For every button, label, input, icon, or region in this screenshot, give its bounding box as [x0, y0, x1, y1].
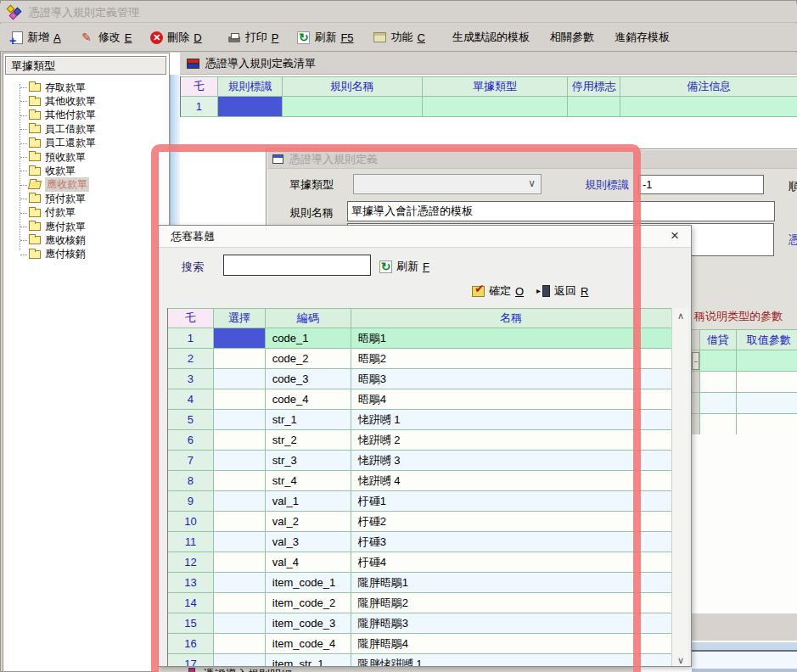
select-cell[interactable]: [214, 410, 266, 430]
select-cell[interactable]: [214, 491, 266, 512]
select-cell[interactable]: [214, 593, 266, 613]
table-row[interactable]: 9 val_1 杅硾1: [168, 491, 671, 512]
table-row[interactable]: 13 item_code_1 隴胖晤鵰1: [168, 573, 671, 593]
select-cell[interactable]: [214, 654, 266, 667]
code-cell: val_1: [266, 491, 351, 512]
tree-item[interactable]: 存取款單: [3, 81, 169, 94]
select-cell[interactable]: [214, 389, 266, 410]
tree-item[interactable]: 付款單: [3, 206, 169, 220]
table-row[interactable]: 1 code_1 晤鵰1: [168, 328, 671, 349]
rule-id-field[interactable]: [638, 175, 764, 194]
rule-name-field[interactable]: [347, 201, 775, 221]
select-cell[interactable]: [214, 430, 266, 451]
doc-type-combobox[interactable]: ∨: [353, 174, 542, 194]
code-cell: code_2: [266, 349, 351, 369]
selected-cell[interactable]: [218, 97, 283, 117]
delete-button[interactable]: ✕ 刪除D: [143, 27, 208, 48]
folder-icon: [29, 250, 41, 259]
tree-item[interactable]: 應收款單: [3, 178, 169, 192]
ellipsis-button[interactable]: ...: [692, 352, 699, 370]
tree-item[interactable]: 應收核銷: [3, 233, 169, 247]
table-row[interactable]: 17 item_str_1 隴胖恅跰嚩 1: [168, 654, 671, 667]
ok-button[interactable]: 確定O: [472, 283, 524, 299]
param-grid-row[interactable]: [692, 372, 797, 393]
param-grid-row[interactable]: [692, 393, 797, 414]
col-name[interactable]: 名稱: [351, 308, 671, 328]
rule-list-row-1[interactable]: 1: [181, 97, 797, 117]
table-row[interactable]: 5 str_1 恅跰嚩 1: [168, 410, 671, 430]
scroll-up-icon[interactable]: ∧: [672, 308, 689, 323]
param-grid-row[interactable]: ...: [692, 350, 797, 372]
col-rule-name[interactable]: 規則名稱: [283, 76, 423, 97]
tree-item[interactable]: 員工還款單: [3, 137, 169, 150]
modal-refresh-button[interactable]: ↻ 刷新F: [379, 259, 429, 274]
select-cell[interactable]: [214, 634, 266, 654]
add-button-accel: A: [53, 31, 61, 44]
select-cell[interactable]: [214, 552, 266, 573]
select-cell[interactable]: [214, 532, 266, 552]
back-button[interactable]: 返回R: [542, 283, 588, 299]
vertical-scrollbar[interactable]: ∧ ∨: [671, 308, 688, 667]
tree-item[interactable]: 預收款單: [3, 150, 169, 164]
close-icon[interactable]: ×: [667, 227, 682, 244]
col-disabled-flag[interactable]: 停用標志: [568, 76, 620, 97]
select-cell[interactable]: [214, 369, 266, 389]
table-row[interactable]: 10 val_2 杅硾2: [168, 512, 671, 532]
rule-name-label: 規則名稱: [289, 205, 334, 221]
table-row[interactable]: 7 str_3 恅跰嚩 3: [168, 451, 671, 471]
select-cell[interactable]: [214, 512, 266, 532]
table-row[interactable]: 15 item_code_3 隴胖晤鵰3: [168, 613, 671, 634]
table-row[interactable]: 4 code_4 晤鵰4: [168, 389, 671, 410]
tree-item[interactable]: 收款單: [3, 164, 169, 177]
param-grid-row[interactable]: [692, 414, 797, 435]
folder-icon: [29, 139, 41, 148]
tree-item[interactable]: 應付款單: [3, 220, 169, 233]
select-cell[interactable]: [214, 349, 266, 369]
folder-icon: [29, 111, 41, 120]
tree-item[interactable]: 預付款單: [3, 192, 169, 205]
doc-type-panel: 單據類型 存取款單 其他收款單 其他付款單 員工借款單 員工還款單: [3, 53, 170, 672]
table-row[interactable]: 14 item_code_2 隴胖晤鵰2: [168, 593, 671, 613]
col-select[interactable]: 選擇: [214, 308, 266, 328]
table-row[interactable]: 8 str_4 恅跰嚩 4: [168, 471, 671, 491]
table-row[interactable]: 2 code_2 晤鵰2: [168, 349, 671, 369]
generate-default-template-button[interactable]: 生成默認的模板: [446, 27, 536, 48]
col-seq[interactable]: 乇: [181, 76, 218, 97]
col-code[interactable]: 編碼: [266, 308, 351, 328]
row-number: 16: [168, 634, 214, 654]
code-cell: code_4: [266, 389, 351, 410]
col-rule-id[interactable]: 規則標識: [218, 76, 283, 97]
select-cell[interactable]: [214, 573, 266, 593]
inventory-template-button[interactable]: 進銷存模板: [608, 27, 676, 48]
table-row[interactable]: 11 val_3 杅硾3: [168, 532, 671, 552]
table-row[interactable]: 16 item_code_4 隴胖晤鵰4: [168, 634, 671, 654]
col-seq[interactable]: 乇: [168, 308, 214, 328]
tree-item[interactable]: 員工借款單: [3, 122, 169, 136]
print-button[interactable]: 打印P: [221, 27, 286, 48]
scroll-down-icon[interactable]: ∨: [672, 652, 689, 667]
select-cell[interactable]: [214, 451, 266, 471]
refresh-button[interactable]: ↻ 刷新F5: [290, 27, 360, 48]
col-value-param[interactable]: 取值參數: [737, 329, 797, 350]
select-cell[interactable]: [214, 613, 266, 634]
select-cell[interactable]: [214, 328, 266, 349]
table-row[interactable]: 3 code_3 晤鵰3: [168, 369, 671, 389]
table-row[interactable]: 12 val_4 杅硾4: [168, 552, 671, 573]
select-cell[interactable]: [214, 471, 266, 491]
tree-item[interactable]: 其他付款單: [3, 109, 169, 122]
edit-button[interactable]: ✎ 修改E: [73, 27, 139, 48]
add-button[interactable]: 新增A: [5, 27, 68, 48]
search-input[interactable]: [223, 255, 371, 276]
col-debit-credit[interactable]: 借貸: [700, 329, 737, 350]
delete-icon: ✕: [150, 31, 163, 44]
code-cell: str_4: [266, 471, 351, 491]
col-doc-type[interactable]: 單據類型: [423, 76, 569, 97]
col-memo[interactable]: 備注信息: [620, 76, 797, 97]
function-button[interactable]: 功能C: [366, 27, 432, 48]
ok-button-accel: O: [515, 285, 524, 298]
tree-item[interactable]: 其他收款單: [3, 94, 169, 108]
tree-item[interactable]: 應付核銷: [3, 248, 169, 261]
related-params-button[interactable]: 相關參數: [543, 27, 601, 48]
table-row[interactable]: 6 str_2 恅跰嚩 2: [168, 430, 671, 451]
right-panel-blank: [692, 434, 797, 613]
